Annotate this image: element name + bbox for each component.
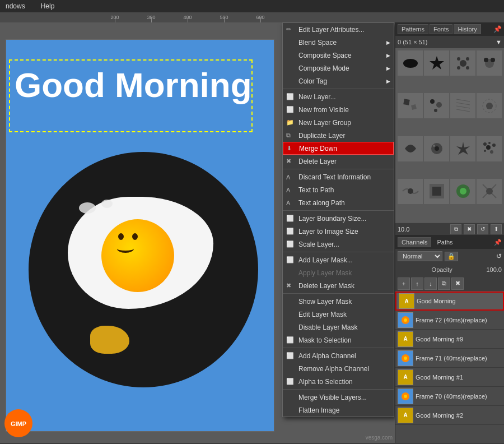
- menu-icon-new-from-visible: ⬜: [286, 106, 294, 113]
- brush-item-mixed[interactable]: [477, 179, 502, 204]
- brush-item-organic1[interactable]: [398, 136, 423, 161]
- menu-item-composite-mode[interactable]: Composite Mode: [283, 62, 394, 75]
- menu-item-merge-down[interactable]: ⬇Merge Down: [283, 142, 394, 155]
- layers-panel-pin[interactable]: 📌: [494, 239, 502, 246]
- menu-icon-text-to-path: A: [286, 187, 290, 193]
- brush-item-scatter2[interactable]: [424, 93, 449, 118]
- menu-item-edit-layer-attr[interactable]: ✏Edit Layer Attributes...: [283, 23, 394, 36]
- menu-item-show-layer-mask[interactable]: Show Layer Mask: [283, 295, 394, 308]
- menu-item-remove-alpha-channel[interactable]: Remove Alpha Channel: [283, 362, 394, 375]
- brush-item-star[interactable]: [424, 50, 449, 76]
- brush-item-splat2[interactable]: [477, 50, 502, 76]
- layer-item-good-morning-9[interactable]: AGood Morning #9: [395, 330, 504, 349]
- menu-item-add-alpha-channel[interactable]: ⬜Add Alpha Channel: [283, 349, 394, 362]
- layer-item-frame72[interactable]: Frame 72 (40ms)(replace): [395, 311, 504, 330]
- brush-item-dots[interactable]: [477, 136, 502, 161]
- menu-item-flatten-image[interactable]: Flatten Image: [283, 404, 394, 417]
- menu-item-layer-to-image[interactable]: ⬜Layer to Image Size: [283, 225, 394, 238]
- menu-help[interactable]: Help: [38, 1, 58, 11]
- brush-item-organic2[interactable]: [424, 136, 449, 161]
- brush-item-oval[interactable]: [398, 50, 423, 76]
- egg-blob-1: [79, 202, 96, 214]
- opacity-value: 100.0: [486, 266, 502, 273]
- menu-item-mask-to-selection[interactable]: ⬜Mask to Selection: [283, 334, 394, 346]
- svg-rect-34: [432, 187, 441, 196]
- blend-mode-select[interactable]: Normal Multiply Screen: [398, 251, 442, 261]
- menu-label-show-layer-mask: Show Layer Mask: [298, 298, 352, 306]
- panel-arrow[interactable]: ▼: [496, 39, 502, 45]
- lower-layer-btn[interactable]: ↓: [424, 278, 437, 290]
- menu-item-blend-space[interactable]: Blend Space: [283, 36, 394, 49]
- menu-item-edit-layer-mask[interactable]: Edit Layer Mask: [283, 308, 394, 321]
- svg-line-20: [456, 109, 470, 112]
- svg-point-39: [404, 318, 407, 322]
- brush-item-texture2[interactable]: [477, 93, 502, 118]
- menu-item-text-along-path[interactable]: AText along Path: [283, 196, 394, 209]
- brush-item-streak1[interactable]: [398, 179, 423, 204]
- brush-item-splat1[interactable]: [450, 50, 475, 76]
- layer-item-good-morning-1[interactable]: AGood Morning #1: [395, 368, 504, 387]
- menu-item-composite-space[interactable]: Composite Space: [283, 49, 394, 62]
- layer-item-frame71[interactable]: Frame 71 (40ms)(replace): [395, 349, 504, 368]
- tab-patterns[interactable]: Patterns: [398, 24, 428, 34]
- menu-icon-add-layer-mask: ⬜: [286, 256, 294, 263]
- menu-icon-layer-to-image: ⬜: [286, 228, 294, 235]
- brush-btn-1[interactable]: ⧉: [450, 224, 461, 234]
- tab-history[interactable]: History: [454, 24, 480, 34]
- menu-separator: [283, 389, 394, 390]
- layer-item-good-morning[interactable]: AGood Morning: [395, 292, 504, 311]
- menu-item-text-to-path[interactable]: AText to Path: [283, 183, 394, 196]
- canvas-area[interactable]: Good Morning: [0, 22, 395, 443]
- lock-alpha-btn[interactable]: 🔒: [445, 252, 458, 261]
- svg-point-37: [486, 188, 493, 195]
- menu-item-delete-layer[interactable]: ✖Delete Layer: [283, 155, 394, 168]
- menu-item-merge-visible[interactable]: Merge Visible Layers...: [283, 391, 394, 404]
- menu-icon-mask-to-selection: ⬜: [286, 336, 294, 344]
- brush-item-streak2[interactable]: [424, 179, 449, 204]
- brush-btn-2[interactable]: ✖: [464, 224, 475, 234]
- menu-item-discard-text[interactable]: ADiscard Text Information: [283, 170, 394, 183]
- brush-item-texture1[interactable]: [450, 93, 475, 118]
- brush-btn-3[interactable]: ↺: [477, 224, 488, 234]
- brush-item-splat3[interactable]: [450, 136, 475, 161]
- tab-fonts[interactable]: Fonts: [430, 24, 453, 34]
- menu-item-alpha-to-selection[interactable]: ⬜Alpha to Selection: [283, 375, 394, 388]
- menu-item-new-from-visible[interactable]: ⬜New from Visible: [283, 103, 394, 116]
- tab-layers-paths[interactable]: Paths: [433, 238, 456, 247]
- menu-item-add-layer-mask[interactable]: ⬜Add Layer Mask...: [283, 253, 394, 266]
- menu-item-duplicate-layer[interactable]: ⧉Duplicate Layer: [283, 129, 394, 142]
- raise-layer-btn[interactable]: ↑: [411, 278, 423, 290]
- layers-refresh-btn[interactable]: ↺: [496, 252, 502, 260]
- duplicate-layer-btn[interactable]: ⧉: [438, 278, 450, 290]
- brush-btn-4[interactable]: ⬆: [491, 224, 502, 234]
- menu-item-layer-boundary[interactable]: ⬜Layer Boundary Size...: [283, 212, 394, 225]
- layer-item-frame70[interactable]: Frame 70 (40ms)(replace): [395, 387, 504, 406]
- right-panel: Patterns Fonts History 📌 0 (51 × 51) ▼: [395, 22, 504, 443]
- brush-item-green[interactable]: [450, 179, 475, 204]
- menu-item-scale-layer[interactable]: ⬜Scale Layer...: [283, 238, 394, 251]
- layer-item-good-morning-2[interactable]: AGood Morning #2: [395, 406, 504, 425]
- layer-name-good-morning: Good Morning: [417, 298, 456, 304]
- brush-header-row: 0 (51 × 51) ▼: [395, 36, 504, 48]
- svg-line-18: [456, 103, 470, 105]
- layers-list[interactable]: AGood MorningFrame 72 (40ms)(replace)AGo…: [395, 292, 504, 443]
- menu-icon-merge-down: ⬇: [287, 145, 292, 152]
- layer-name-frame71: Frame 71 (40ms)(replace): [416, 355, 487, 362]
- menu-item-new-layer[interactable]: ⬜New Layer...: [283, 90, 394, 103]
- menu-item-disable-layer-mask[interactable]: Disable Layer Mask: [283, 321, 394, 334]
- menu-label-alpha-to-selection: Alpha to Selection: [298, 378, 353, 386]
- menu-label-new-from-visible: New from Visible: [298, 106, 349, 114]
- menu-item-new-layer-group[interactable]: 📁New Layer Group: [283, 116, 394, 129]
- delete-layer-btn[interactable]: ✖: [451, 278, 464, 290]
- brush-item-scatter1[interactable]: [398, 93, 423, 118]
- svg-rect-13: [411, 104, 417, 110]
- menu-item-delete-layer-mask[interactable]: ✖Delete Layer Mask: [283, 279, 394, 292]
- menu-windows[interactable]: ndows: [2, 1, 29, 11]
- layers-controls: Normal Multiply Screen 🔒 ↺: [395, 249, 504, 263]
- layers-toolbar: + ↑ ↓ ⧉ ✖: [395, 276, 504, 292]
- brushes-grid[interactable]: [395, 48, 504, 223]
- panel-pin-btn[interactable]: 📌: [493, 25, 502, 33]
- new-layer-btn[interactable]: +: [398, 278, 410, 290]
- tab-layers-channels[interactable]: Channels: [398, 237, 431, 247]
- menu-item-color-tag[interactable]: Color Tag: [283, 75, 394, 87]
